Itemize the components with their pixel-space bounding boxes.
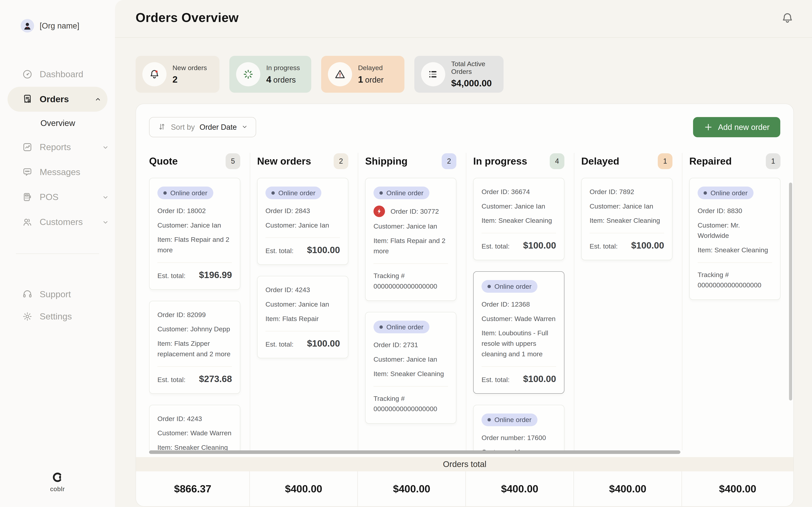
sort-value: Order Date (199, 123, 237, 131)
badge-label: Online order (170, 189, 207, 197)
estimated-total-value: $273.68 (199, 374, 232, 384)
badge-dot (163, 191, 167, 195)
page-title: Orders Overview (136, 10, 239, 25)
column-title: Repaired (689, 156, 732, 167)
badge-label: Online order (711, 189, 748, 197)
sidebar-item-dashboard[interactable]: Dashboard (0, 62, 115, 87)
notifications-button[interactable] (781, 11, 795, 26)
column-count-badge: 5 (225, 153, 240, 169)
badge-dot (704, 191, 707, 195)
org-avatar (20, 19, 34, 33)
stat-card-total-active-orders: Total Active Orders$4,000.00 (414, 56, 504, 93)
bell-icon (781, 11, 794, 25)
stat-value: 1order (358, 74, 384, 85)
order-detail-line: Customer: Janice Ian (157, 220, 232, 230)
stat-label: In progress (266, 64, 300, 72)
sidebar-item-settings[interactable]: Settings (0, 305, 115, 328)
horizontal-scrollbar[interactable] (149, 450, 680, 454)
order-card[interactable]: Order ID: 82099Customer: Johnny DeppItem… (149, 301, 240, 394)
estimated-total-row: Est. total:$273.68 (157, 374, 232, 384)
sidebar-subitem-overview[interactable]: Overview (0, 112, 115, 135)
sidebar-footer-nav: SupportSettings (0, 283, 115, 328)
topbar: Orders Overview (115, 0, 812, 38)
order-card[interactable]: Order ID: 4243Customer: Janice IanItem: … (257, 276, 348, 358)
order-card[interactable]: Online orderOrder ID: 2731Customer: Jani… (365, 312, 456, 424)
estimated-total-label: Est. total: (481, 376, 510, 384)
column-title: Quote (149, 156, 177, 167)
add-new-order-button[interactable]: Add new order (693, 117, 780, 137)
sidebar-item-orders[interactable]: Orders (7, 87, 107, 112)
estimated-total-value: $196.99 (199, 270, 232, 280)
order-detail-line: Customer: Janice Ian (265, 220, 340, 230)
card-divider (481, 367, 556, 367)
column-title: In progress (473, 156, 527, 167)
stat-unit: orders (273, 75, 296, 84)
orders-total-bar: Orders total (136, 457, 793, 471)
sidebar-item-label: POS (40, 192, 58, 202)
column-total-new-orders: $400.00 (250, 471, 358, 506)
estimated-total-row: Est. total:$100.00 (265, 244, 340, 255)
order-card[interactable]: Online orderOrder ID: 12368Customer: Wad… (473, 271, 564, 394)
chevron-up-icon (94, 95, 102, 103)
badge-label: Online order (278, 189, 315, 197)
orders-icon (22, 94, 33, 105)
order-card[interactable]: Online orderOrder ID: 18002Customer: Jan… (149, 178, 240, 290)
column-quote: Quote5Online orderOrder ID: 18002Custome… (149, 153, 250, 450)
tracking-value: 00000000000000000 (698, 280, 772, 290)
order-card[interactable]: Online orderOrder ID: 2843Customer: Jani… (257, 178, 348, 265)
sidebar-item-support[interactable]: Support (0, 283, 115, 305)
priority-row: Order ID: 30772 (373, 206, 448, 217)
online-order-badge: Online order (265, 186, 321, 199)
order-card[interactable]: Order ID: 7892Customer: Janice IanItem: … (581, 178, 672, 260)
order-card[interactable]: Online orderOrder number: 17600Customer:… (473, 405, 564, 451)
column-count-badge: 2 (442, 153, 456, 169)
org-selector[interactable]: [Org name] (20, 19, 115, 33)
sidebar-divider (16, 253, 99, 254)
column-count-badge: 2 (334, 153, 348, 169)
pos-icon (22, 191, 33, 203)
order-detail-line: Item: Louboutins - Full resole with uppe… (481, 328, 556, 359)
stats-row: New orders2In progress4ordersDelayed1ord… (136, 56, 504, 93)
bell-alert-icon (142, 62, 166, 87)
estimated-total-value: $100.00 (631, 240, 664, 251)
brand-logo-text: coblr (50, 486, 65, 493)
sidebar-item-customers[interactable]: Customers (0, 210, 115, 234)
column-header: Repaired1 (689, 153, 780, 170)
sidebar-item-pos[interactable]: POS (0, 184, 115, 210)
sidebar-item-messages[interactable]: Messages (0, 160, 115, 184)
stat-label: New orders (172, 64, 207, 72)
order-card[interactable]: Order ID: 4243Customer: Wade WarrenItem:… (149, 405, 240, 451)
column-total-shipping: $400.00 (358, 471, 466, 506)
gear-icon (22, 311, 33, 322)
sidebar-item-reports[interactable]: Reports (0, 135, 115, 160)
column-title: Delayed (581, 156, 619, 167)
card-divider (373, 264, 448, 264)
tracking-label: Tracking # (373, 393, 448, 404)
stat-label: Delayed (358, 64, 384, 72)
column-header: Delayed1 (581, 153, 672, 170)
column-header: New orders2 (257, 153, 348, 170)
order-detail-line: Customer: Mr. Worldwide (698, 220, 772, 241)
badge-dot (488, 285, 491, 288)
org-name: [Org name] (40, 21, 79, 30)
chevron-down-icon (101, 193, 109, 201)
order-card[interactable]: Online orderOrder ID: 8830Customer: Mr. … (689, 178, 780, 300)
stat-text: Total Active Orders$4,000.00 (451, 60, 496, 89)
headset-icon (22, 289, 33, 300)
card-divider (698, 263, 772, 263)
badge-label: Online order (387, 323, 423, 331)
estimated-total-label: Est. total: (265, 340, 294, 348)
card-divider (373, 386, 448, 387)
order-card[interactable]: Online orderOrder ID: 30772Customer: Jan… (365, 178, 456, 301)
tracking-number: Tracking #00000000000000000 (373, 271, 448, 291)
column-in-progress: In progress4Order ID: 36674Customer: Jan… (466, 153, 574, 450)
order-detail-line: Customer: Wade Warren (481, 314, 556, 324)
vertical-scrollbar[interactable] (789, 183, 792, 400)
order-card[interactable]: Order ID: 36674Customer: Janice IanItem:… (473, 178, 564, 260)
totals-row: $866.37$400.00$400.00$400.00$400.00$400.… (136, 471, 793, 506)
stat-text: Delayed1order (358, 64, 384, 85)
sort-dropdown[interactable]: Sort by Order Date (149, 117, 256, 137)
estimated-total-row: Est. total:$100.00 (481, 240, 556, 251)
order-detail-line: Customer: Janice Ian (373, 221, 448, 231)
sidebar-nav: DashboardOrdersOverviewReportsMessagesPO… (0, 62, 115, 234)
